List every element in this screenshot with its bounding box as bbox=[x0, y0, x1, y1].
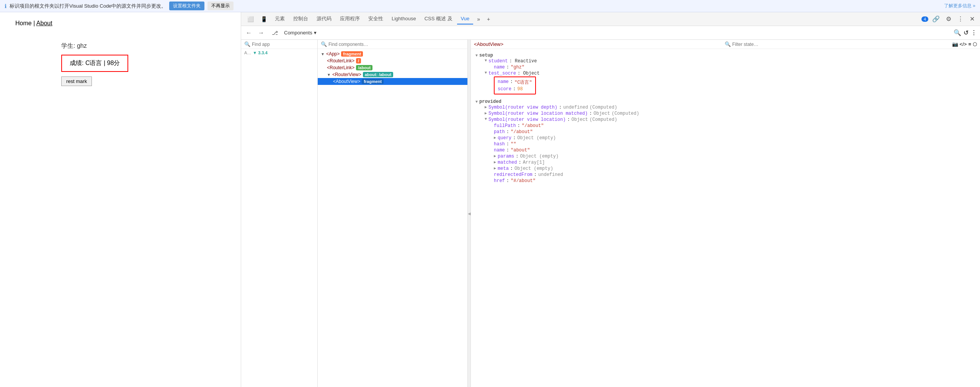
tree-item-routerlink-1[interactable]: <RouterLink> / bbox=[318, 57, 470, 64]
more-tabs-icon[interactable]: » bbox=[474, 15, 483, 24]
setup-title[interactable]: ▼ setup bbox=[475, 53, 975, 58]
pane-component-tree: 🔍 ▼ <App> fragment <RouterLink> / bbox=[318, 40, 471, 387]
app-component-tree bbox=[241, 57, 317, 387]
state-row-test-score: ▼ test_socre : Object bbox=[475, 70, 975, 76]
tabs-right: 4 🔗 ⚙ ⋮ ✕ bbox=[921, 14, 977, 24]
tree-item-routerview[interactable]: ▼ <RouterView> about: /about bbox=[318, 71, 470, 78]
tab-elements[interactable]: 元素 bbox=[271, 13, 289, 25]
external-icon[interactable]: ⬡ bbox=[973, 41, 977, 47]
component-selector[interactable]: Components ▾ bbox=[284, 30, 317, 36]
screenshot-icon[interactable]: 📷 bbox=[952, 41, 958, 47]
close-devtools-icon[interactable]: ✕ bbox=[967, 14, 977, 24]
state-row-student-name: name : "ghz" bbox=[475, 64, 975, 70]
component-selector-label: Components bbox=[284, 30, 312, 36]
pane-find-app: 🔍 A… ▼ 3.3.4 bbox=[241, 40, 318, 387]
info-icon: ℹ bbox=[5, 3, 7, 9]
state-tree: ▼ setup ▼ student : Reactive name : bbox=[471, 49, 980, 387]
state-section-provided: ▼ provided ▶ Symbol(router view depth) :… bbox=[471, 98, 980, 185]
tabs-row: ⬜ 📱 元素 控制台 源代码 应用程序 安全性 Lighthouse CSS 概… bbox=[241, 12, 980, 26]
state-row-sym-location: ▼ Symbol(router view location) : Object … bbox=[475, 117, 975, 123]
more-icon[interactable]: ⋮ bbox=[971, 29, 977, 36]
list-icon[interactable]: ≡ bbox=[968, 41, 971, 47]
device-icon[interactable]: 📱 bbox=[258, 15, 270, 24]
info-bar-text: 标识项目的根文件夹以打开Visual Studio Code中的源文件并同步更改… bbox=[10, 3, 166, 10]
learn-more-link[interactable]: 了解更多信息 » bbox=[944, 3, 975, 9]
devtools-panel: ⬜ 📱 元素 控制台 源代码 应用程序 安全性 Lighthouse CSS 概… bbox=[241, 12, 980, 387]
test-score-highlight-box: name : "C语言" score : 98 bbox=[494, 76, 536, 94]
share-icon[interactable]: 🔗 bbox=[930, 14, 942, 24]
screen-icon[interactable]: ⬜ bbox=[244, 15, 257, 24]
state-row-matched: ▶ matched : Array[1] bbox=[475, 159, 975, 166]
app-area: Home | About 学生: ghz 成绩: C语言 | 98分 rest … bbox=[0, 12, 241, 387]
app-label: A… bbox=[244, 50, 251, 55]
state-row-student: ▼ student : Reactive bbox=[475, 58, 975, 64]
component-details: ▼ <App> fragment <RouterLink> / <RouterL… bbox=[318, 49, 470, 387]
search-state-icon: 🔍 bbox=[725, 41, 731, 47]
provided-title[interactable]: ▼ provided bbox=[475, 99, 975, 104]
splitter[interactable]: ◀ bbox=[467, 40, 470, 387]
forward-button[interactable]: → bbox=[256, 29, 266, 37]
score-box: 成绩: C语言 | 98分 bbox=[61, 55, 128, 72]
three-pane-area: 🔍 A… ▼ 3.3.4 🔍 ▼ bbox=[241, 40, 980, 387]
code-icon[interactable]: </> bbox=[960, 41, 967, 47]
no-show-button[interactable]: 不再显示 bbox=[207, 2, 234, 10]
dropdown-arrow-icon: ▾ bbox=[314, 30, 317, 36]
version-row: A… ▼ 3.3.4 bbox=[241, 49, 317, 57]
state-row-href: href : "#/about" bbox=[475, 178, 975, 184]
state-section-setup: ▼ setup ▼ student : Reactive name : bbox=[471, 52, 980, 95]
tree-item-routerlink-2[interactable]: <RouterLink> /about bbox=[318, 64, 470, 71]
rest-mark-button[interactable]: rest mark bbox=[61, 76, 92, 86]
component-tree-icon[interactable]: ⎇ bbox=[269, 28, 281, 37]
expand-arrow-app: ▼ bbox=[321, 52, 325, 56]
settings-icon[interactable]: ⚙ bbox=[944, 14, 954, 24]
expand-arrow-routerview: ▼ bbox=[327, 73, 331, 77]
student-label: 学生: ghz bbox=[61, 42, 180, 50]
tab-source[interactable]: 源代码 bbox=[313, 13, 335, 25]
find-components-search: 🔍 bbox=[318, 40, 470, 49]
tab-vue[interactable]: Vue bbox=[457, 13, 474, 24]
inspect-icon[interactable]: 🔍 bbox=[954, 29, 961, 36]
vue-version-badge: ▼ 3.3.4 bbox=[253, 50, 267, 55]
state-row-query: ▶ query : Object (empty) bbox=[475, 135, 975, 141]
state-row-params: ▶ params : Object (empty) bbox=[475, 153, 975, 159]
nav-separator: | bbox=[33, 20, 36, 26]
filter-label: <AboutView> bbox=[474, 41, 503, 47]
search-icon: 🔍 bbox=[244, 41, 250, 47]
state-row-test-name: name : "C语言" bbox=[498, 79, 532, 86]
secondary-toolbar: ← → ⎇ Components ▾ 🔍 ↺ ⋮ bbox=[241, 26, 980, 40]
app-content: 学生: ghz 成绩: C语言 | 98分 rest mark bbox=[0, 34, 241, 94]
filter-state-input[interactable] bbox=[732, 42, 951, 47]
state-row-redirected-from: redirectedFrom : undefined bbox=[475, 172, 975, 178]
find-app-search: 🔍 bbox=[241, 40, 317, 49]
tree-item-app[interactable]: ▼ <App> fragment bbox=[318, 50, 470, 57]
state-row-sym-matched: ▶ Symbol(router view location matched) :… bbox=[475, 111, 975, 117]
refresh-icon[interactable]: ↺ bbox=[964, 29, 969, 36]
info-bar: ℹ 标识项目的根文件夹以打开Visual Studio Code中的源文件并同步… bbox=[0, 0, 980, 12]
home-link[interactable]: Home bbox=[15, 20, 32, 26]
find-components-input[interactable] bbox=[328, 42, 467, 47]
state-row-name: name : "about" bbox=[475, 147, 975, 153]
state-row-test-score-val: score : 98 bbox=[498, 86, 532, 92]
about-link[interactable]: About bbox=[36, 20, 52, 26]
tab-css[interactable]: CSS 概述 及 bbox=[421, 13, 456, 25]
tree-item-aboutview[interactable]: <AboutView> fragment bbox=[318, 78, 470, 85]
more-options-icon[interactable]: ⋮ bbox=[955, 14, 966, 24]
tab-security[interactable]: 安全性 bbox=[364, 13, 387, 25]
tab-console[interactable]: 控制台 bbox=[289, 13, 312, 25]
state-row-fullpath: fullPath : "/about" bbox=[475, 123, 975, 129]
filter-state-search: <AboutView> 🔍 📷 </> ≡ ⬡ bbox=[471, 40, 980, 49]
tab-application[interactable]: 应用程序 bbox=[336, 13, 364, 25]
back-button[interactable]: ← bbox=[244, 29, 253, 37]
set-root-button[interactable]: 设置根文件夹 bbox=[169, 2, 204, 10]
search-components-icon: 🔍 bbox=[321, 41, 327, 47]
add-tab-icon[interactable]: + bbox=[484, 15, 493, 24]
find-app-input[interactable] bbox=[252, 42, 314, 47]
badge-count: 4 bbox=[921, 16, 928, 22]
state-row-sym-depth: ▶ Symbol(router view depth) : undefined … bbox=[475, 104, 975, 111]
tab-lighthouse[interactable]: Lighthouse bbox=[388, 13, 420, 24]
state-row-meta: ▶ meta : Object (empty) bbox=[475, 166, 975, 172]
state-row-path: path : "/about" bbox=[475, 129, 975, 135]
pane-state-inspector: <AboutView> 🔍 📷 </> ≡ ⬡ ▼ setup bbox=[471, 40, 980, 387]
app-nav: Home | About bbox=[0, 12, 241, 34]
state-row-hash: hash : "" bbox=[475, 141, 975, 147]
